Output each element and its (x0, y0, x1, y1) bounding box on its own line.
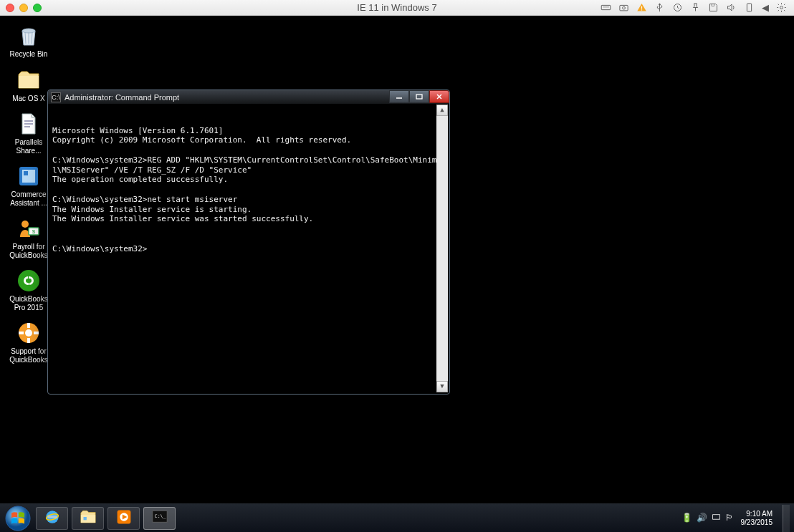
svg-rect-13 (24, 171, 28, 175)
svg-rect-2 (620, 5, 628, 11)
desktop-icon-recycle-bin[interactable]: Recycle Bin (4, 21, 53, 60)
close-button[interactable] (429, 90, 449, 103)
desktop-icon-label: Payroll for QuickBooks (6, 243, 52, 259)
taskbar-item-wmp[interactable] (107, 507, 140, 530)
commerce-assist-icon (16, 163, 42, 189)
keyboard-icon[interactable] (601, 2, 611, 13)
scroll-up-button[interactable]: ▲ (436, 105, 448, 116)
desktop-icon-support-qb[interactable]: Support for QuickBooks (4, 319, 53, 365)
taskbar-item-explorer[interactable] (72, 507, 104, 530)
svg-text:$: $ (32, 228, 36, 235)
svg-point-17 (18, 270, 39, 291)
scrollbar[interactable]: ▲ ▼ (436, 105, 448, 392)
internet-explorer-icon (43, 508, 62, 529)
desktop-icon-parallels-share[interactable]: Parallels Share... (4, 110, 53, 156)
svg-text:C:\_: C:\_ (154, 513, 166, 518)
svg-rect-5 (641, 9, 642, 10)
gear-icon[interactable] (776, 2, 787, 13)
scroll-track[interactable] (436, 116, 448, 381)
svg-rect-4 (641, 6, 642, 9)
terminal-body[interactable]: Microsoft Windows [Version 6.1.7601] Cop… (49, 105, 448, 392)
floppy-icon[interactable] (708, 2, 719, 13)
clock-date: 9/23/2015 (741, 518, 773, 527)
svg-rect-8 (747, 4, 751, 11)
device-icon[interactable] (744, 2, 755, 13)
support-qb-icon (16, 320, 42, 346)
pin-icon[interactable] (690, 2, 701, 13)
clock-icon[interactable] (672, 2, 683, 13)
desktop-icon-commerce-assist[interactable]: Commerce Assistant ... (4, 162, 53, 208)
desktop-icon-label: QuickBooks Pro 2015 (6, 295, 52, 311)
cmd-app-icon: C:\ (51, 92, 61, 102)
payroll-qb-icon: $ (16, 216, 42, 241)
svg-point-9 (780, 6, 783, 9)
recycle-bin-icon (16, 23, 42, 49)
taskbar-item-ie[interactable] (36, 507, 68, 530)
scroll-down-button[interactable]: ▼ (436, 381, 448, 392)
media-player-icon (115, 508, 133, 529)
traffic-lights (0, 4, 42, 12)
desktop-icon-label: Parallels Share... (6, 138, 52, 155)
show-desktop-button[interactable] (783, 505, 790, 532)
macosx-icon (16, 67, 42, 93)
taskbar-item-cmd[interactable]: C:\_ (143, 507, 176, 530)
desktop-icon-qb-pro[interactable]: QuickBooks Pro 2015 (4, 266, 53, 313)
svg-point-19 (25, 329, 32, 337)
desktop-icon-label: Mac OS X (12, 95, 45, 103)
command-prompt-icon: C:\_ (150, 508, 169, 529)
parallels-share-icon (16, 111, 42, 137)
svg-rect-0 (601, 5, 611, 9)
warning-icon[interactable] (636, 2, 647, 13)
desktop[interactable]: Recycle BinMac OS XParallels Share...Com… (0, 16, 794, 503)
desktop-icon-label: Recycle Bin (10, 50, 48, 59)
speaker-icon[interactable] (726, 2, 737, 13)
start-button[interactable] (4, 505, 32, 532)
svg-point-22 (6, 506, 30, 531)
battery-icon[interactable]: 🔋 (681, 513, 692, 524)
taskbar: C:\_ 🔋 🔊 🏳 9:10 AM 9/23/2015 (0, 503, 794, 532)
taskbar-items: C:\_ (36, 507, 176, 530)
svg-rect-30 (712, 514, 719, 519)
svg-rect-25 (83, 517, 86, 520)
mac-maximize-button[interactable] (33, 4, 42, 12)
network-icon[interactable] (712, 513, 721, 524)
usb-icon[interactable] (654, 2, 665, 13)
desktop-icons: Recycle BinMac OS XParallels Share...Com… (4, 21, 53, 365)
tray-icons: 🔋 🔊 🏳 (681, 513, 734, 524)
mac-close-button[interactable] (6, 4, 14, 12)
svg-point-3 (623, 6, 626, 9)
svg-point-14 (21, 221, 29, 228)
desktop-icon-payroll-qb[interactable]: $Payroll for QuickBooks (4, 214, 53, 261)
desktop-icon-label: Commerce Assistant ... (6, 190, 52, 207)
window-title-text: Administrator: Command Prompt (64, 93, 179, 102)
qb-pro-icon (16, 268, 42, 294)
svg-rect-21 (416, 95, 422, 99)
system-tray: 🔋 🔊 🏳 9:10 AM 9/23/2015 (681, 510, 778, 526)
desktop-icon-label: Support for QuickBooks (6, 347, 52, 364)
maximize-button[interactable] (409, 90, 429, 103)
mac-titlebar: IE 11 in Windows 7 ◀ (0, 0, 794, 16)
terminal-text: Microsoft Windows [Version 6.1.7601] Cop… (52, 126, 445, 254)
file-explorer-icon (79, 508, 97, 529)
window-titlebar[interactable]: C:\ Administrator: Command Prompt (48, 90, 449, 105)
desktop-icon-macosx[interactable]: Mac OS X (4, 66, 53, 105)
window-controls (389, 90, 449, 104)
mac-tray: ◀ (601, 2, 794, 13)
clock[interactable]: 9:10 AM 9/23/2015 (741, 510, 778, 526)
mac-minimize-button[interactable] (19, 4, 28, 12)
command-prompt-window[interactable]: C:\ Administrator: Command Prompt Micros… (47, 90, 450, 395)
camera-icon[interactable] (618, 2, 629, 13)
flag-icon[interactable]: 🏳 (725, 513, 734, 524)
minimize-button[interactable] (389, 90, 409, 103)
clock-time: 9:10 AM (741, 510, 773, 518)
speaker-icon[interactable]: 🔊 (697, 513, 707, 524)
back-arrow-icon[interactable]: ◀ (762, 2, 769, 13)
